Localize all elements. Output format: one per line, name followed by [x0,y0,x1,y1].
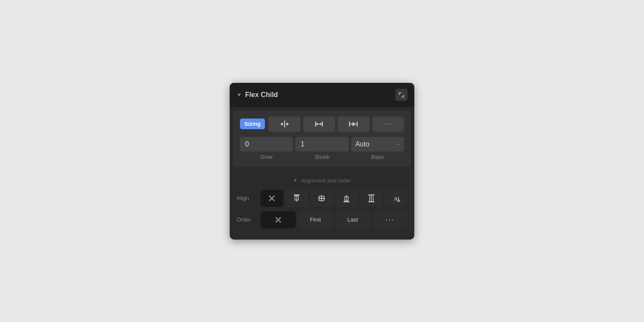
align-none-button[interactable] [261,190,283,207]
order-last-label: Last [347,216,358,223]
fixed-size-button[interactable] [337,116,369,132]
basis-input-row[interactable]: Auto - [351,137,404,152]
svg-marker-1 [280,122,283,126]
order-first-button[interactable]: First [298,211,333,228]
flex-child-panel: ▼ Flex Child Sizing [230,83,414,240]
sizing-section: Sizing [233,110,411,167]
alignment-section-title: Alignment and order [301,177,351,184]
grow-field-label: Grow [240,154,293,160]
align-bottom-icon [343,194,350,202]
alignment-section-header: ▼ Alignment and order [237,174,407,190]
svg-marker-6 [317,122,318,126]
sizing-label: Sizing [240,118,265,129]
sizing-inputs-row: Auto - [240,137,404,152]
sizing-top-row: Sizing [240,116,404,132]
grow-icon [315,121,323,128]
align-center-button[interactable] [310,190,333,207]
anchor-icon-button[interactable] [395,89,407,101]
grow-input-wrap [240,137,293,152]
corner-anchor-icon [398,91,405,98]
svg-marker-7 [320,122,321,126]
basis-field-label: Basis [351,154,404,160]
basis-value: Auto [355,140,370,148]
alignment-chevron-icon: ▼ [293,178,298,183]
order-more-button[interactable]: ··· [372,211,407,228]
shrink-input[interactable] [295,137,348,152]
shrink-field-label: Shrink [295,154,348,160]
align-button-group: A [261,190,407,207]
basis-input-wrap: Auto - [351,137,404,152]
order-label: Order [237,216,257,223]
shrink-icon [280,121,289,128]
alignment-section: ▼ Alignment and order Align [230,170,414,240]
align-top-button[interactable] [286,190,308,207]
svg-text:A: A [394,196,398,202]
order-none-icon [275,216,282,223]
collapse-icon[interactable]: ▼ [237,92,242,98]
order-none-button[interactable] [261,211,296,228]
align-baseline-button[interactable]: A [385,190,407,207]
align-center-icon [318,194,325,202]
align-label: Align [237,195,257,201]
shrink-to-fit-button[interactable] [268,116,300,132]
order-button-group: First Last ··· [261,211,407,228]
panel-title: Flex Child [245,91,278,99]
grow-button[interactable] [303,116,335,132]
sizing-label-row: Grow Shrink Basis [240,154,404,160]
grow-input[interactable] [240,137,293,152]
basis-dash[interactable]: - [398,140,400,148]
align-stretch-icon [368,194,375,202]
svg-marker-2 [286,122,289,126]
panel-header: ▼ Flex Child [230,83,414,107]
align-top-icon [293,194,301,202]
panel-header-left: ▼ Flex Child [237,91,278,99]
align-bottom-button[interactable] [335,190,358,207]
align-row: Align [237,190,407,207]
order-last-button[interactable]: Last [335,211,371,228]
sizing-icon-group: ··· [268,116,404,132]
order-row: Order First Last [237,211,407,228]
align-baseline-icon: A [392,194,400,202]
order-first-label: First [310,216,321,223]
align-stretch-button[interactable] [360,190,383,207]
shrink-input-wrap [295,137,348,152]
fixed-icon [349,121,358,128]
sizing-more-button[interactable]: ··· [372,116,404,132]
align-none-icon [268,194,276,202]
